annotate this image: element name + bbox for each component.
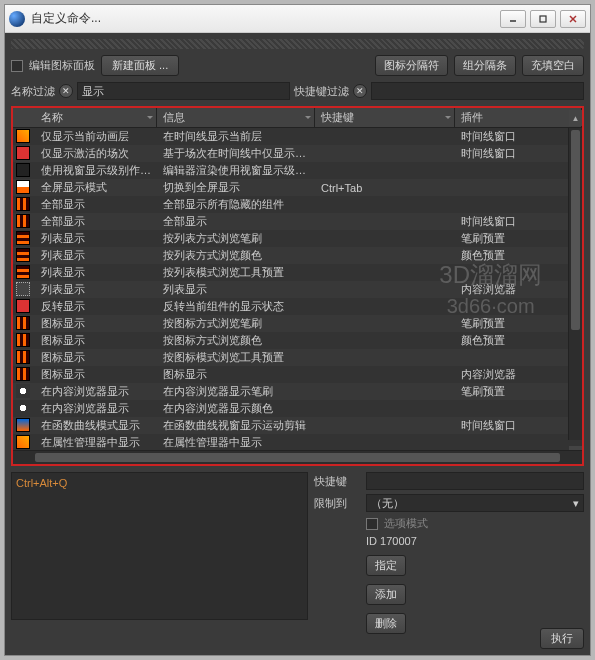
scroll-up-icon[interactable]: ▲ [569,110,582,126]
cell-info: 编辑器渲染使用视窗显示级别作 [157,162,315,179]
close-button[interactable] [560,10,586,28]
table-row[interactable]: 仅显示激活的场次基于场次在时间线中仅显示激活时间线窗口 [13,145,582,162]
table-row[interactable]: 全部显示全部显示时间线窗口 [13,213,582,230]
cell-info: 按图标模式浏览工具预置 [157,349,315,366]
col-icon[interactable] [13,116,35,120]
fill-blank-button[interactable]: 充填空白 [522,55,584,76]
cell-plugin: 笔刷预置 [455,383,582,400]
horizontal-scroll-thumb[interactable] [35,453,560,462]
cell-key [315,340,455,342]
shortcut-input[interactable] [366,472,584,490]
detail-form: 快捷键 限制到 （无） ▾ 选项模式 ID 170007 [314,472,584,620]
cell-info: 在时间线显示当前层 [157,128,315,145]
maximize-button[interactable] [530,10,556,28]
add-button[interactable]: 添加 [366,584,406,605]
table-row[interactable]: 图标显示图标显示内容浏览器 [13,366,582,383]
key-filter-label: 快捷键过滤 [294,84,349,99]
table-row[interactable]: 使用视窗显示级别作为渲编辑器渲染使用视窗显示级别作 [13,162,582,179]
edit-palette-checkbox[interactable] [11,60,23,72]
table-row[interactable]: 图标显示按图标方式浏览笔刷笔刷预置 [13,315,582,332]
table-row[interactable]: 列表显示列表显示内容浏览器 [13,281,582,298]
grip-handle[interactable] [11,39,584,49]
table-row[interactable]: 列表显示按列表模式浏览工具预置 [13,264,582,281]
cell-plugin [455,442,582,444]
new-palette-button[interactable]: 新建面板 ... [101,55,179,76]
cell-info: 按列表模式浏览工具预置 [157,264,315,281]
horizontal-scrollbar[interactable] [13,450,582,464]
cell-name: 在内容浏览器显示 [35,400,157,417]
cell-key [315,153,455,155]
col-key[interactable]: 快捷键 [315,108,455,127]
table-row[interactable]: 在内容浏览器显示在内容浏览器显示颜色 [13,400,582,417]
titlebar: 自定义命令... [5,5,590,33]
cell-key [315,170,455,172]
name-filter-label: 名称过滤 [11,84,55,99]
table-row[interactable]: 反转显示反转当前组件的显示状态 [13,298,582,315]
row-icon [16,350,30,364]
restrict-value: （无） [371,496,404,511]
cell-info: 按图标方式浏览颜色 [157,332,315,349]
name-filter-input[interactable] [77,82,290,100]
vertical-scroll-thumb[interactable] [571,130,580,330]
row-icon [16,333,30,347]
assign-button[interactable]: 指定 [366,555,406,576]
chevron-down-icon: ▾ [573,497,579,510]
command-id: ID 170007 [366,535,417,547]
table-row[interactable]: 列表显示按列表方式浏览笔刷笔刷预置 [13,230,582,247]
cell-info: 图标显示 [157,366,315,383]
row-icon [16,214,30,228]
option-mode-checkbox[interactable] [366,518,378,530]
cell-name: 列表显示 [35,247,157,264]
table-body: 3D溜溜网 3d66·com 仅显示当前动画层在时间线显示当前层时间线窗口仅显示… [13,128,582,450]
table-row[interactable]: 全屏显示模式切换到全屏显示Ctrl+Tab [13,179,582,196]
execute-button[interactable]: 执行 [540,628,584,649]
clear-key-filter-icon[interactable]: ✕ [353,84,367,98]
table-row[interactable]: 图标显示按图标模式浏览工具预置 [13,349,582,366]
cell-key [315,425,455,427]
table-row[interactable]: 仅显示当前动画层在时间线显示当前层时间线窗口 [13,128,582,145]
filter-bar: 名称过滤 ✕ 快捷键过滤 ✕ [11,82,584,100]
cell-name: 图标显示 [35,315,157,332]
cell-plugin: 时间线窗口 [455,417,582,434]
table-row[interactable]: 全部显示全部显示所有隐藏的组件 [13,196,582,213]
row-icon [16,146,30,160]
cell-name: 列表显示 [35,230,157,247]
row-icon [16,282,30,296]
app-window: 自定义命令... 编辑图标面板 新建面板 ... 图标分隔符 组分隔条 充填空白… [4,4,591,656]
icon-separator-button[interactable]: 图标分隔符 [375,55,448,76]
cell-info: 列表显示 [157,281,315,298]
clear-name-filter-icon[interactable]: ✕ [59,84,73,98]
cell-plugin [455,306,582,308]
cell-name: 仅显示激活的场次 [35,145,157,162]
cell-plugin: 笔刷预置 [455,315,582,332]
cell-name: 使用视窗显示级别作为渲 [35,162,157,179]
row-icon [16,299,30,313]
cell-info: 全部显示 [157,213,315,230]
key-filter-input[interactable] [371,82,584,100]
vertical-scrollbar[interactable]: ▲ ▼ [568,128,582,440]
cell-info: 按图标方式浏览笔刷 [157,315,315,332]
table-row[interactable]: 在函数曲线模式显示在函数曲线视窗显示运动剪辑时间线窗口 [13,417,582,434]
cell-name: 全部显示 [35,196,157,213]
row-icon [16,231,30,245]
cell-plugin [455,357,582,359]
cell-name: 列表显示 [35,281,157,298]
cell-info: 在内容浏览器显示笔刷 [157,383,315,400]
table-row[interactable]: 列表显示按列表方式浏览颜色颜色预置 [13,247,582,264]
cell-name: 全部显示 [35,213,157,230]
restrict-select[interactable]: （无） ▾ [366,494,584,512]
col-name[interactable]: 名称 [35,108,157,127]
group-separator-button[interactable]: 组分隔条 [454,55,516,76]
cell-name: 在内容浏览器显示 [35,383,157,400]
cell-info: 按列表方式浏览颜色 [157,247,315,264]
app-icon [9,11,25,27]
row-icon [16,367,30,381]
col-info[interactable]: 信息 [157,108,315,127]
col-plugin[interactable]: 插件 [455,108,582,127]
table-row[interactable]: 图标显示按图标方式浏览颜色颜色预置 [13,332,582,349]
table-row[interactable]: 在属性管理器中显示在属性管理器中显示 [13,434,582,450]
table-row[interactable]: 在内容浏览器显示在内容浏览器显示笔刷笔刷预置 [13,383,582,400]
cell-key [315,289,455,291]
minimize-button[interactable] [500,10,526,28]
cell-key [315,323,455,325]
